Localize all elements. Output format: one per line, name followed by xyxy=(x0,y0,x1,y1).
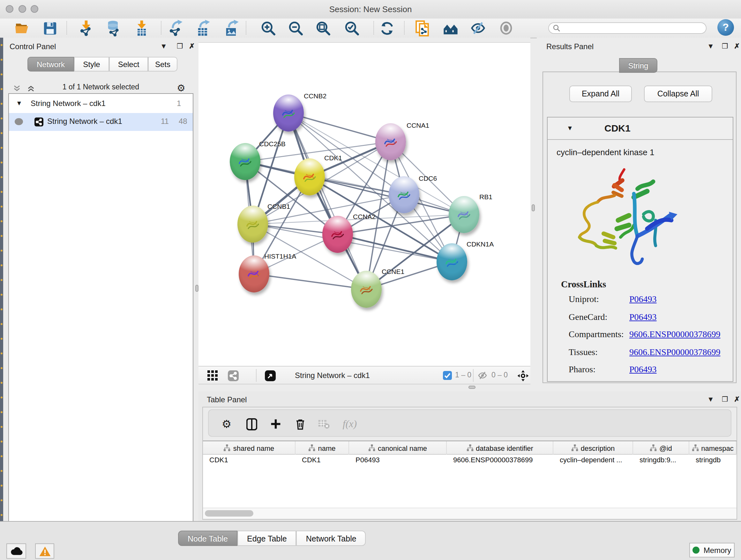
panel-close-icon[interactable]: ✗ xyxy=(734,42,740,51)
table-cell[interactable]: CDK1 xyxy=(295,455,349,465)
table-cell[interactable]: CDK1 xyxy=(203,455,295,465)
first-neighbors-button[interactable] xyxy=(442,20,460,37)
collapse-all-button[interactable]: Collapse All xyxy=(644,85,712,102)
column-header-namespac[interactable]: namespac xyxy=(689,441,737,455)
network-node-rb1[interactable] xyxy=(449,196,479,233)
export-table-button[interactable] xyxy=(194,20,212,37)
delete-table-button[interactable] xyxy=(315,416,332,432)
expand-all-button[interactable]: Expand All xyxy=(569,85,632,102)
crosslink-value-link[interactable]: 9606.ENSP00000378699 xyxy=(629,329,720,340)
network-edge[interactable] xyxy=(288,113,366,289)
detach-view-icon[interactable] xyxy=(262,368,278,382)
network-row-selected[interactable]: String Network – cdk1 11 48 xyxy=(9,113,193,131)
delete-column-button[interactable] xyxy=(292,416,308,432)
show-columns-button[interactable] xyxy=(243,416,260,432)
crosslink-value-link[interactable]: P06493 xyxy=(629,365,657,375)
selected-checkbox-icon[interactable] xyxy=(443,371,452,380)
left-splitter-handle[interactable] xyxy=(195,285,199,292)
table-cell[interactable]: P06493 xyxy=(349,455,447,465)
tab-network[interactable]: Network xyxy=(27,57,74,71)
column-header-name[interactable]: name xyxy=(295,441,349,455)
table-cell[interactable]: stringdb xyxy=(689,455,737,465)
column-header-canonical-name[interactable]: canonical name xyxy=(349,441,447,455)
function-builder-button[interactable]: f(x) xyxy=(341,416,358,432)
tab-string[interactable]: String xyxy=(619,58,657,73)
tab-edge-table[interactable]: Edge Table xyxy=(238,531,296,546)
gear-icon[interactable]: ⚙ xyxy=(218,416,235,432)
column-header-shared-name[interactable]: shared name xyxy=(203,441,295,455)
hide-selected-button[interactable] xyxy=(469,20,487,37)
panel-float-icon[interactable]: ❒ xyxy=(722,42,728,51)
panel-float-icon[interactable]: ❒ xyxy=(177,42,183,51)
clone-network-button[interactable] xyxy=(413,20,431,37)
panel-close-icon[interactable]: ✗ xyxy=(734,395,740,403)
memory-button[interactable]: Memory xyxy=(689,543,735,557)
tab-style[interactable]: Style xyxy=(74,57,109,71)
import-network-from-file-button[interactable] xyxy=(77,20,95,37)
right-splitter-handle[interactable] xyxy=(532,204,535,211)
zoom-out-button[interactable] xyxy=(286,20,305,37)
tab-node-table[interactable]: Node Table xyxy=(178,531,238,546)
zoom-selected-button[interactable] xyxy=(343,20,360,37)
collapse-all-icon[interactable] xyxy=(13,84,21,92)
column-header-database-identifier[interactable]: database identifier xyxy=(447,441,553,455)
tab-network-table[interactable]: Network Table xyxy=(296,531,366,546)
search-input[interactable] xyxy=(563,23,706,33)
import-table-from-file-button[interactable] xyxy=(133,20,151,37)
network-node-ccne1[interactable] xyxy=(351,271,382,308)
zoom-fit-button[interactable] xyxy=(314,20,332,37)
import-network-from-database-button[interactable] xyxy=(105,20,123,37)
export-network-button[interactable] xyxy=(166,20,185,37)
panel-menu-icon[interactable]: ▼ xyxy=(707,395,714,403)
panel-menu-icon[interactable]: ▼ xyxy=(707,42,714,50)
panel-close-icon[interactable]: ✗ xyxy=(189,42,195,51)
expand-all-icon[interactable] xyxy=(27,84,35,92)
export-image-button[interactable] xyxy=(223,20,241,37)
table-horizontal-scrollbar[interactable] xyxy=(203,508,737,518)
network-node-ccna2[interactable] xyxy=(322,216,353,253)
crosslink-value-link[interactable]: P06493 xyxy=(629,312,657,322)
tab-select[interactable]: Select xyxy=(109,57,148,71)
column-header-description[interactable]: description xyxy=(553,441,633,455)
save-session-button[interactable] xyxy=(41,20,59,37)
network-canvas[interactable]: CCNB2CCNA1CDC25BCDK1CDC6RB1CCNB1CCNA2CDK… xyxy=(199,42,530,366)
network-node-hist1h1a[interactable] xyxy=(239,255,269,293)
refresh-view-button[interactable] xyxy=(378,20,396,37)
crosslink-value-link[interactable]: 9606.ENSP00000378699 xyxy=(629,347,720,357)
help-button[interactable]: ? xyxy=(718,19,734,36)
table-cell[interactable]: 9606.ENSP00000378699 xyxy=(447,455,553,465)
network-node-cdkn1a[interactable] xyxy=(436,243,467,280)
column-header--id[interactable]: @id xyxy=(633,441,689,455)
gear-icon[interactable]: ⚙ xyxy=(177,82,185,94)
table-cell[interactable]: cyclin–dependent ... xyxy=(553,455,633,465)
open-session-button[interactable] xyxy=(13,20,30,37)
panel-float-icon[interactable]: ❒ xyxy=(722,395,728,403)
warning-status-button[interactable] xyxy=(35,543,54,559)
crosslink-value-link[interactable]: P06493 xyxy=(629,294,657,305)
network-view-share-icon[interactable] xyxy=(225,368,241,382)
show-all-button[interactable] xyxy=(497,20,515,37)
network-node-cdc6[interactable] xyxy=(389,176,419,213)
network-edge[interactable] xyxy=(254,274,366,289)
hidden-eye-slash-icon[interactable] xyxy=(477,370,488,381)
panel-menu-icon[interactable]: ▼ xyxy=(160,42,167,50)
network-node-ccnb2[interactable] xyxy=(273,95,304,132)
table-cell[interactable]: stringdb:9... xyxy=(633,455,689,465)
network-collection-row[interactable]: ▼ String Network – cdk1 1 xyxy=(9,97,193,113)
result-section-header[interactable]: ▼ CDK1 xyxy=(548,118,733,140)
bottom-splitter-handle[interactable] xyxy=(468,386,475,389)
move-crosshair-icon[interactable] xyxy=(515,368,530,382)
network-node-ccnb1[interactable] xyxy=(238,206,268,243)
section-expander-icon[interactable]: ▼ xyxy=(567,125,573,132)
tab-sets[interactable]: Sets xyxy=(148,57,178,71)
zoom-in-button[interactable] xyxy=(259,20,277,37)
add-column-button[interactable] xyxy=(267,416,284,432)
cloud-status-button[interactable] xyxy=(6,543,26,559)
network-node-ccna1[interactable] xyxy=(375,123,406,160)
scrollbar-thumb[interactable] xyxy=(205,510,253,516)
network-node-cdk1[interactable] xyxy=(294,159,325,195)
network-node-cdc25b[interactable] xyxy=(230,143,260,180)
grid-view-icon[interactable] xyxy=(205,368,220,382)
table-row[interactable]: CDK1CDK1P064939606.ENSP00000378699cyclin… xyxy=(203,455,737,465)
collection-expander-icon[interactable]: ▼ xyxy=(16,100,22,107)
